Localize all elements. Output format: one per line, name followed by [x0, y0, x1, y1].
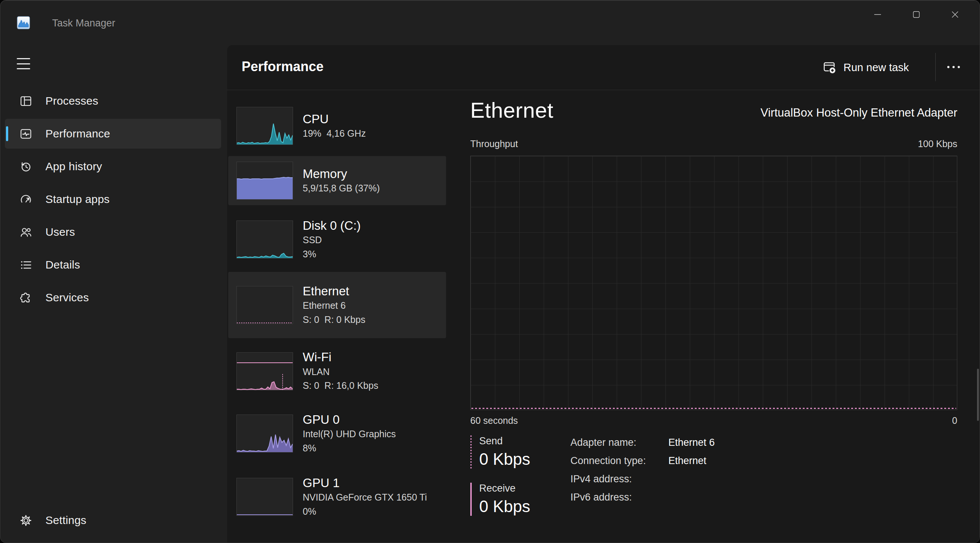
- sidebar-item-processes[interactable]: Processes: [5, 86, 221, 116]
- metric-detail: 3%: [303, 247, 361, 261]
- sidebar-item-label: Services: [45, 291, 89, 304]
- metric-title: Ethernet: [303, 283, 365, 299]
- send-value: 0 Kbps: [479, 450, 530, 468]
- metric-detail: S: 0 R: 0 Kbps: [303, 313, 365, 327]
- receive-legend: Receive 0 Kbps: [470, 482, 530, 516]
- processes-icon: [19, 94, 33, 108]
- metric-detail: Ethernet 6: [303, 299, 365, 313]
- gpu1-sparkline: [236, 478, 293, 516]
- users-icon: [19, 225, 33, 239]
- field-ipv6-address: IPv6 address:: [570, 492, 715, 510]
- cpu-sparkline: [236, 107, 293, 145]
- sidebar-footer: Settings: [5, 505, 221, 538]
- metric-detail: WLAN: [303, 365, 378, 379]
- sidebar-item-details[interactable]: Details: [5, 250, 221, 280]
- sidebar-item-label: Settings: [45, 514, 86, 527]
- details-icon: [19, 258, 33, 272]
- send-legend: Send 0 Kbps: [470, 435, 530, 468]
- sidebar: Processes Performance App history Startu…: [5, 86, 221, 315]
- close-button[interactable]: [936, 0, 974, 29]
- throughput-label: Throughput: [470, 139, 518, 149]
- metric-row-ethernet[interactable]: Ethernet Ethernet 6 S: 0 R: 0 Kbps: [228, 272, 446, 338]
- detail-title: Ethernet: [470, 97, 553, 123]
- x-axis-right-label: 0: [952, 415, 957, 426]
- sidebar-item-label: Users: [45, 226, 75, 238]
- metric-detail: 0%: [303, 505, 427, 519]
- metric-detail: 8%: [303, 441, 396, 455]
- metric-row-wifi[interactable]: Wi-Fi WLAN S: 0 R: 16,0 Kbps: [228, 344, 446, 398]
- sidebar-item-performance[interactable]: Performance: [5, 119, 221, 149]
- vertical-scrollbar[interactable]: [977, 369, 979, 421]
- sidebar-item-label: App history: [45, 160, 102, 173]
- x-axis-left-label: 60 seconds: [470, 415, 518, 426]
- receive-value: 0 Kbps: [479, 497, 530, 516]
- sidebar-item-label: Performance: [45, 127, 110, 140]
- gear-icon: [19, 514, 33, 527]
- metric-title: Memory: [303, 166, 380, 182]
- ethernet-detail-panel: Ethernet VirtualBox Host-Only Ethernet A…: [470, 45, 957, 543]
- sidebar-item-label: Details: [45, 258, 80, 271]
- titlebar: Task Manager: [0, 0, 980, 41]
- disk-sparkline: [236, 220, 293, 258]
- window-title: Task Manager: [52, 18, 115, 29]
- wifi-sparkline: [236, 352, 293, 390]
- content-panel: Performance Run new task CPU: [227, 45, 980, 543]
- receive-zero-line: [471, 408, 956, 409]
- sidebar-item-label: Startup apps: [45, 193, 110, 205]
- metric-detail: 19% 4,16 GHz: [303, 127, 366, 141]
- metric-title: Disk 0 (C:): [303, 218, 361, 233]
- sidebar-item-users[interactable]: Users: [5, 217, 221, 247]
- task-manager-window: Task Manager Processes Performance: [0, 0, 980, 543]
- adapter-description: VirtualBox Host-Only Ethernet Adapter: [761, 106, 957, 123]
- metric-title: Wi-Fi: [303, 349, 378, 365]
- metric-title: GPU 1: [303, 475, 427, 490]
- performance-icon: [19, 127, 33, 141]
- throughput-chart: [470, 156, 957, 410]
- sidebar-item-settings[interactable]: Settings: [5, 505, 221, 535]
- metric-row-cpu[interactable]: CPU 19% 4,16 GHz: [228, 99, 446, 153]
- receive-label: Receive: [479, 482, 530, 494]
- ethernet-sparkline: [236, 286, 293, 324]
- send-label: Send: [479, 435, 530, 447]
- metric-title: GPU 0: [303, 412, 396, 427]
- metric-detail: S: 0 R: 16,0 Kbps: [303, 379, 378, 393]
- adapter-fields: Adapter name: Ethernet 6 Connection type…: [570, 437, 715, 510]
- page-title: Performance: [242, 59, 324, 75]
- metric-row-gpu0[interactable]: GPU 0 Intel(R) UHD Graphics 8%: [228, 406, 446, 462]
- metric-detail: SSD: [303, 233, 361, 247]
- minimize-button[interactable]: [858, 0, 897, 29]
- sidebar-item-label: Processes: [45, 95, 98, 107]
- field-adapter-name: Adapter name: Ethernet 6: [570, 437, 715, 455]
- field-ipv4-address: IPv4 address:: [570, 473, 715, 492]
- performance-metric-list: CPU 19% 4,16 GHz Memory 5,9/15,8 GB (37%…: [228, 99, 446, 525]
- metric-title: CPU: [303, 111, 366, 127]
- sidebar-item-services[interactable]: Services: [5, 283, 221, 312]
- window-controls: [858, 0, 974, 29]
- metric-row-gpu1[interactable]: GPU 1 NVIDIA GeForce GTX 1650 Ti 0%: [228, 469, 446, 525]
- gpu0-sparkline: [236, 414, 293, 452]
- sidebar-item-startup-apps[interactable]: Startup apps: [5, 184, 221, 214]
- metric-detail: 5,9/15,8 GB (37%): [303, 182, 380, 196]
- services-icon: [19, 291, 33, 305]
- metric-row-memory[interactable]: Memory 5,9/15,8 GB (37%): [228, 156, 446, 205]
- memory-sparkline: [236, 162, 293, 200]
- metric-detail: Intel(R) UHD Graphics: [303, 427, 396, 441]
- maximize-button[interactable]: [897, 0, 936, 29]
- field-connection-type: Connection type: Ethernet: [570, 455, 715, 473]
- metric-detail: NVIDIA GeForce GTX 1650 Ti: [303, 490, 427, 505]
- screen: Task Manager Processes Performance: [0, 0, 980, 543]
- menu-toggle-icon[interactable]: [17, 58, 31, 69]
- startup-apps-icon: [19, 193, 33, 206]
- task-manager-logo-icon: [16, 15, 31, 30]
- sidebar-item-app-history[interactable]: App history: [5, 151, 221, 182]
- metric-row-disk0[interactable]: Disk 0 (C:) SSD 3%: [228, 213, 446, 266]
- app-history-icon: [19, 160, 33, 174]
- y-axis-max-label: 100 Kbps: [918, 139, 957, 149]
